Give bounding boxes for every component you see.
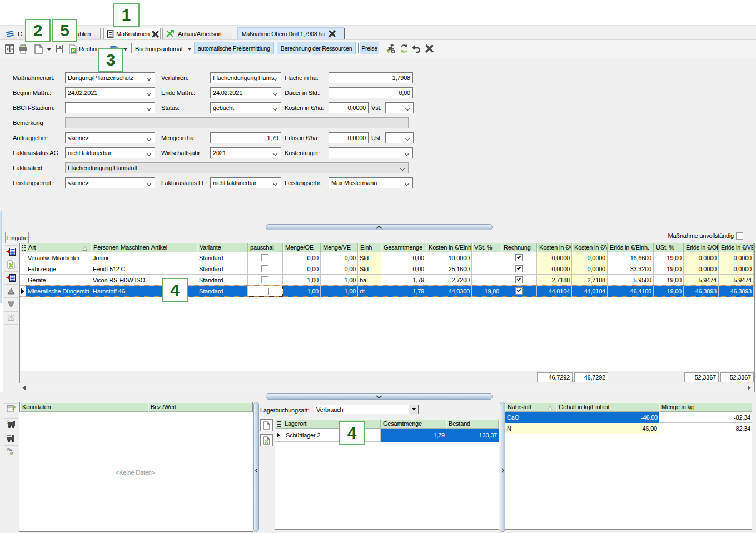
svg-text:M: M — [10, 451, 13, 455]
svg-text:R: R — [72, 48, 76, 53]
